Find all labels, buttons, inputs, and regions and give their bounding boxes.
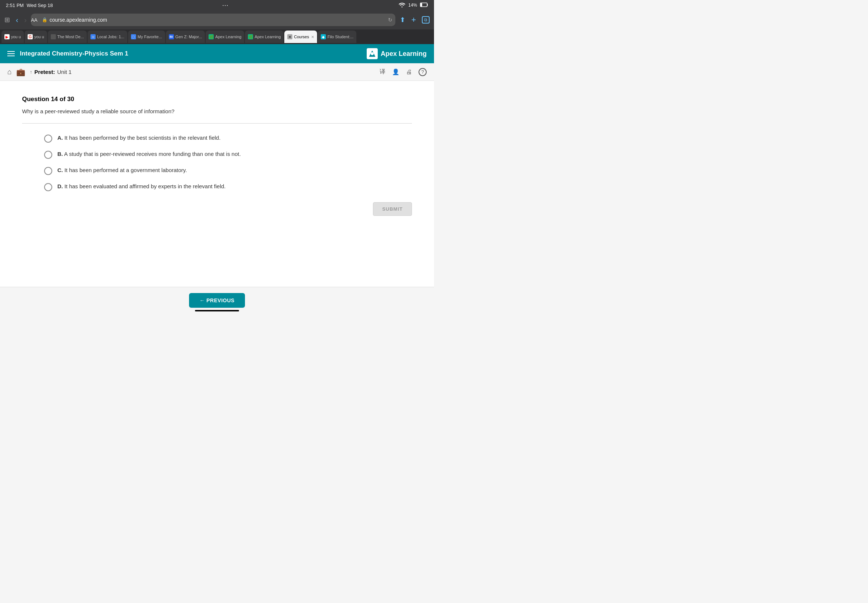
option-c-content: It has been performed at a government la… <box>64 167 187 173</box>
mostde-tab-icon <box>51 34 56 39</box>
sidebar-icon[interactable]: ⊞ <box>5 16 10 24</box>
filo-tab-icon: ◆ <box>321 34 326 39</box>
option-b[interactable]: B. A study that is peer-reviewed receive… <box>44 150 412 159</box>
tab-label: Local Jobs: 1... <box>97 34 124 39</box>
tab-filo[interactable]: ◆ Filo Student:... <box>318 31 356 43</box>
tab-label: you u <box>11 34 21 39</box>
tab-label: The Most De... <box>57 34 84 39</box>
option-d-text: D. It has been evaluated and affirmed by… <box>57 182 226 191</box>
breadcrumb-up-icon: ↑ <box>30 69 32 75</box>
tab-close-icon[interactable]: ✕ <box>311 35 314 39</box>
wifi-icon <box>399 2 405 8</box>
tab-localjobs[interactable]: ≋ Local Jobs: 1... <box>88 31 127 43</box>
translate-icon[interactable]: 译 <box>379 68 385 76</box>
main-content: Question 14 of 30 Why is a peer-reviewed… <box>0 81 434 287</box>
option-a-letter: A. <box>57 135 63 141</box>
courses-tab-icon: ✕ <box>287 34 292 39</box>
submit-button[interactable]: SUBMIT <box>373 202 412 216</box>
apex2-tab-icon: 🌿 <box>248 34 253 39</box>
lock-icon: 🔒 <box>42 17 48 22</box>
breadcrumb: ↑ Pretest: Unit 1 <box>30 69 72 75</box>
options-list: A. It has been performed by the best sci… <box>22 134 412 191</box>
apex-brand-name: Apex Learning <box>381 50 427 58</box>
tab-myfavorite[interactable]: ⬡ My Favorite... <box>128 31 165 43</box>
tab-label: My Favorite... <box>138 34 162 39</box>
option-b-content: A study that is peer-reviewed receives m… <box>64 151 241 157</box>
tab-google[interactable]: G you u <box>25 31 47 43</box>
previous-button[interactable]: ← PREVIOUS <box>189 293 244 308</box>
bottom-bar: ← PREVIOUS <box>0 287 434 314</box>
status-day: Wed Sep 18 <box>26 3 53 8</box>
tab-courses[interactable]: ✕ Courses ✕ <box>284 31 317 43</box>
tabs-bar: ▶ you u G you u The Most De... ≋ Local J… <box>0 29 434 44</box>
question-text: Why is a peer-reviewed study a reliable … <box>22 108 412 114</box>
apex1-tab-icon: 🌿 <box>209 34 214 39</box>
option-c[interactable]: C. It has been performed at a government… <box>44 166 412 175</box>
tab-label: Gen Z: Major... <box>175 34 202 39</box>
option-a-text: A. It has been performed by the best sci… <box>57 134 221 142</box>
myfav-tab-icon: ⬡ <box>131 34 136 39</box>
url-display[interactable]: course.apexlearning.com <box>50 17 107 23</box>
breadcrumb-label: Pretest: <box>34 69 55 75</box>
print-icon[interactable]: 🖨 <box>406 69 412 76</box>
tab-label: Filo Student:... <box>327 34 353 39</box>
tab-youtube[interactable]: ▶ you u <box>2 31 24 43</box>
youtube-tab-icon: ▶ <box>5 34 9 39</box>
option-d-letter: D. <box>57 183 63 189</box>
hamburger-line <box>7 51 15 52</box>
tab-label: you u <box>34 34 44 39</box>
tab-label: Courses <box>294 34 309 39</box>
breadcrumb-value: Unit 1 <box>57 69 71 75</box>
radio-c[interactable] <box>44 167 52 175</box>
question-divider <box>22 123 412 124</box>
tabs-icon[interactable]: ⧉ <box>422 16 430 23</box>
tab-genz[interactable]: BI Gen Z: Major... <box>166 31 205 43</box>
hamburger-line <box>7 56 15 56</box>
option-c-letter: C. <box>57 167 63 173</box>
genz-tab-icon: BI <box>169 34 174 39</box>
forward-button: › <box>24 16 27 24</box>
battery-icon <box>420 3 428 8</box>
radio-d[interactable] <box>44 183 52 191</box>
address-bar[interactable]: AA 🔒 course.apexlearning.com ↻ <box>31 14 395 26</box>
hamburger-line <box>7 53 15 54</box>
apex-logo: Apex Learning <box>367 48 427 59</box>
radio-a[interactable] <box>44 135 52 143</box>
ellipsis-icon: ••• <box>223 4 229 7</box>
tab-label: Apex Learning <box>215 34 241 39</box>
app-header: Integrated Chemistry-Physics Sem 1 Apex … <box>0 44 434 63</box>
status-time: 2:51 PM <box>6 3 23 8</box>
radio-b[interactable] <box>44 151 52 159</box>
accessibility-icon[interactable]: 👤 <box>392 68 399 76</box>
sub-header: ⌂ 💼 ↑ Pretest: Unit 1 译 👤 🖨 ? <box>0 63 434 81</box>
tab-mostde[interactable]: The Most De... <box>48 31 87 43</box>
app-title: Integrated Chemistry-Physics Sem 1 <box>20 50 128 57</box>
option-d-content: It has been evaluated and affirmed by ex… <box>64 183 226 189</box>
tab-apex2[interactable]: 🌿 Apex Learning <box>245 31 283 43</box>
help-icon[interactable]: ? <box>419 68 427 76</box>
option-c-text: C. It has been performed at a government… <box>57 166 187 175</box>
home-indicator <box>195 310 239 311</box>
battery-percentage: 14% <box>408 3 417 8</box>
home-icon[interactable]: ⌂ <box>7 68 12 76</box>
new-tab-icon[interactable]: + <box>411 15 416 25</box>
localjobs-tab-icon: ≋ <box>90 34 96 39</box>
browser-bar: ⊞ ‹ › AA 🔒 course.apexlearning.com ↻ ⬆ +… <box>0 10 434 29</box>
menu-button[interactable] <box>7 51 15 56</box>
option-b-letter: B. <box>57 151 63 157</box>
status-bar: 2:51 PM Wed Sep 18 ••• 14% <box>0 0 434 10</box>
refresh-icon[interactable]: ↻ <box>388 17 393 23</box>
google-tab-icon: G <box>28 34 33 39</box>
option-b-text: B. A study that is peer-reviewed receive… <box>57 150 241 158</box>
svg-rect-1 <box>421 3 422 6</box>
apex-logo-icon <box>367 48 378 59</box>
option-a[interactable]: A. It has been performed by the best sci… <box>44 134 412 143</box>
share-icon[interactable]: ⬆ <box>400 16 405 24</box>
back-button[interactable]: ‹ <box>16 16 19 24</box>
briefcase-icon[interactable]: 💼 <box>16 68 25 76</box>
tab-label: Apex Learning <box>255 34 281 39</box>
aa-label[interactable]: AA <box>31 17 37 23</box>
tab-apex1[interactable]: 🌿 Apex Learning <box>206 31 244 43</box>
option-d[interactable]: D. It has been evaluated and affirmed by… <box>44 182 412 191</box>
question-header: Question 14 of 30 <box>22 96 412 103</box>
